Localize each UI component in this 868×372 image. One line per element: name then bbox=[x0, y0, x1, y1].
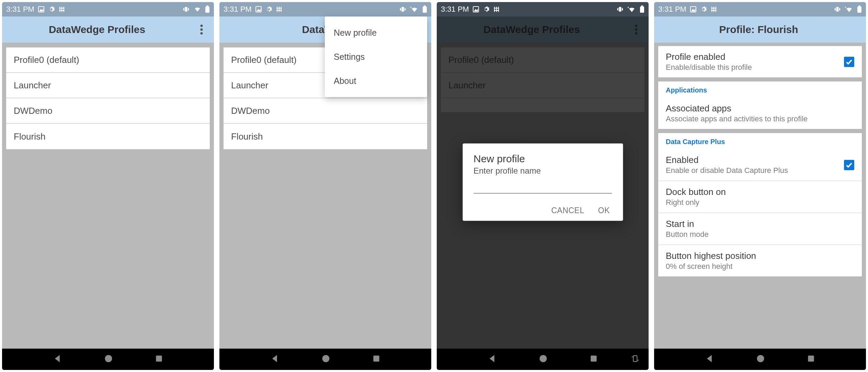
profile-item[interactable]: DWDemo bbox=[224, 98, 427, 124]
svg-marker-29 bbox=[474, 9, 478, 11]
setting-title: Enabled bbox=[666, 155, 838, 165]
setting-sub: Enable/disable this profile bbox=[666, 63, 838, 72]
hash-icon bbox=[276, 6, 283, 13]
home-icon[interactable] bbox=[538, 354, 548, 365]
profile-item[interactable]: Profile0 (default) bbox=[6, 47, 210, 73]
vibrate-icon bbox=[182, 6, 190, 13]
status-time: 3:31 PM bbox=[441, 5, 469, 14]
profile-item[interactable]: Launcher bbox=[6, 73, 210, 98]
svg-point-26 bbox=[322, 355, 329, 362]
setting-sub: Right only bbox=[666, 198, 854, 207]
recent-icon[interactable] bbox=[155, 354, 163, 364]
status-time: 3:31 PM bbox=[6, 5, 34, 14]
recent-icon[interactable] bbox=[372, 354, 381, 364]
home-icon[interactable] bbox=[321, 354, 331, 365]
dialog-title: New profile bbox=[473, 153, 612, 165]
back-icon[interactable] bbox=[488, 354, 497, 365]
hash-icon bbox=[58, 6, 65, 13]
svg-point-42 bbox=[539, 355, 547, 362]
battery-icon bbox=[422, 6, 427, 13]
nav-bar bbox=[2, 349, 214, 370]
menu-item-settings[interactable]: Settings bbox=[325, 45, 427, 69]
wifi-icon bbox=[193, 6, 202, 13]
device-1: 3:31 PM DataWedge Profiles Profile0 (def… bbox=[2, 2, 214, 370]
nav-bar bbox=[219, 349, 431, 370]
device-3: 3:31 PM + DataWedge Profiles Profile0 (d… bbox=[437, 2, 649, 370]
dcp-enabled-row[interactable]: Enabled Enable or disable Data Capture P… bbox=[658, 149, 862, 181]
svg-rect-9 bbox=[206, 6, 208, 7]
wifi-vpn-icon: + bbox=[627, 6, 636, 13]
svg-rect-43 bbox=[591, 355, 596, 361]
back-icon[interactable] bbox=[53, 354, 62, 365]
app-bar: Profile: Flourish bbox=[654, 17, 866, 43]
setting-title: Button highest position bbox=[666, 251, 854, 261]
svg-rect-27 bbox=[373, 355, 379, 361]
svg-rect-57 bbox=[808, 355, 814, 361]
rotate-icon[interactable] bbox=[631, 354, 640, 364]
start-in-row[interactable]: Start in Button mode bbox=[658, 213, 862, 245]
dcp-enabled-checkbox[interactable] bbox=[844, 160, 854, 170]
picture-icon bbox=[472, 6, 479, 13]
vibrate-icon bbox=[834, 6, 841, 13]
setting-sub: Button mode bbox=[666, 230, 854, 239]
home-icon[interactable] bbox=[756, 354, 765, 365]
svg-rect-25 bbox=[424, 6, 426, 7]
home-icon[interactable] bbox=[104, 354, 113, 365]
overflow-menu-popup: New profile Settings About bbox=[325, 17, 427, 97]
menu-item-new-profile[interactable]: New profile bbox=[325, 21, 427, 45]
overflow-menu-button[interactable] bbox=[192, 20, 211, 39]
gear-icon bbox=[700, 6, 707, 13]
app-bar-title: DataWedge Profiles bbox=[2, 24, 192, 35]
svg-rect-7 bbox=[185, 7, 187, 11]
setting-title: Profile enabled bbox=[666, 52, 838, 62]
ok-button[interactable]: OK bbox=[598, 206, 610, 215]
profile-item[interactable]: Flourish bbox=[224, 124, 427, 149]
menu-item-about[interactable]: About bbox=[325, 69, 427, 93]
svg-rect-14 bbox=[156, 355, 162, 361]
status-bar: 3:31 PM + bbox=[654, 2, 866, 17]
picture-icon bbox=[255, 6, 262, 13]
back-icon[interactable] bbox=[705, 354, 715, 365]
svg-rect-35 bbox=[619, 7, 621, 11]
cancel-button[interactable]: CANCEL bbox=[551, 206, 584, 215]
profile-enabled-card: Profile enabled Enable/disable this prof… bbox=[658, 46, 862, 77]
device-2: 3:31 PM + DataWed Profile0 (default) Lau… bbox=[219, 2, 431, 370]
app-bar: DataWedge Profiles bbox=[2, 17, 214, 43]
svg-rect-44 bbox=[633, 355, 637, 361]
nav-bar bbox=[437, 349, 649, 370]
svg-marker-1 bbox=[39, 9, 43, 11]
profile-enabled-row[interactable]: Profile enabled Enable/disable this prof… bbox=[658, 46, 862, 77]
dock-button-row[interactable]: Dock button on Right only bbox=[658, 181, 862, 213]
app-bar-title: Profile: Flourish bbox=[654, 24, 863, 35]
setting-sub: Enable or disable Data Capture Plus bbox=[666, 166, 838, 175]
new-profile-dialog: New profile Enter profile name CANCEL OK bbox=[462, 143, 623, 221]
gear-icon bbox=[483, 6, 490, 13]
status-bar: 3:31 PM bbox=[2, 2, 214, 17]
battery-icon bbox=[640, 6, 644, 13]
svg-point-13 bbox=[105, 355, 112, 362]
svg-rect-54 bbox=[857, 7, 861, 13]
picture-icon bbox=[38, 6, 45, 13]
back-icon[interactable] bbox=[270, 354, 280, 365]
profile-item[interactable]: Flourish bbox=[6, 124, 210, 149]
profile-name-input[interactable] bbox=[473, 193, 612, 194]
svg-marker-16 bbox=[256, 9, 261, 11]
profile-enabled-checkbox[interactable] bbox=[844, 57, 854, 67]
svg-rect-38 bbox=[641, 6, 643, 7]
vibrate-icon bbox=[616, 6, 624, 13]
recent-icon[interactable] bbox=[589, 354, 598, 364]
recent-icon[interactable] bbox=[807, 354, 815, 364]
svg-rect-8 bbox=[205, 7, 209, 13]
status-bar: 3:31 PM + bbox=[437, 2, 649, 17]
svg-point-56 bbox=[757, 355, 764, 362]
hash-icon bbox=[493, 6, 500, 13]
content-area: Profile enabled Enable/disable this prof… bbox=[654, 43, 866, 349]
profile-item[interactable]: DWDemo bbox=[6, 98, 210, 124]
dialog-subtitle: Enter profile name bbox=[473, 166, 612, 176]
nav-bar bbox=[654, 349, 866, 370]
svg-point-10 bbox=[201, 25, 203, 27]
associated-apps-row[interactable]: Associated apps Associate apps and activ… bbox=[658, 98, 862, 129]
highest-position-row[interactable]: Button highest position 0% of screen hei… bbox=[658, 245, 862, 276]
setting-sub: 0% of screen height bbox=[666, 262, 854, 271]
svg-rect-22 bbox=[402, 7, 404, 11]
